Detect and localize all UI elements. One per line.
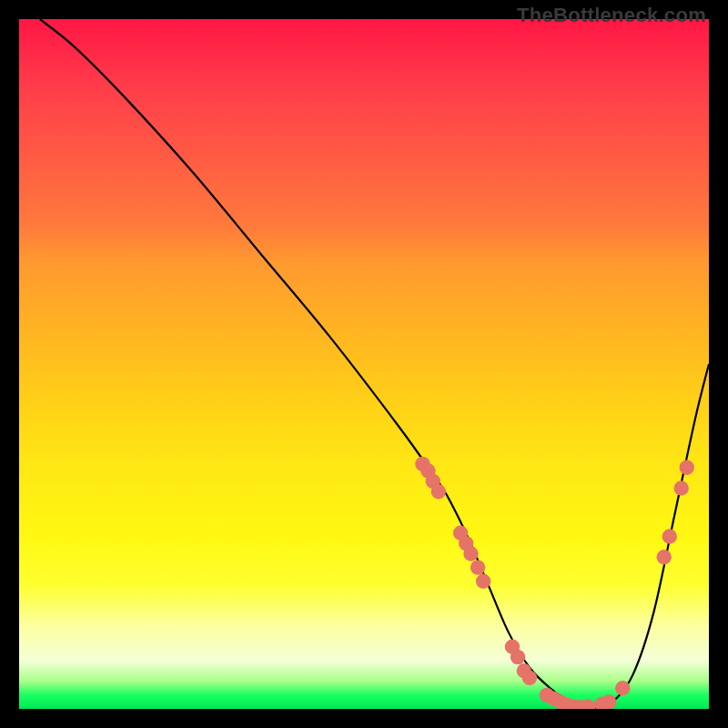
data-marker <box>511 650 525 664</box>
data-marker <box>522 671 537 685</box>
data-marker <box>673 480 688 495</box>
data-marker <box>657 550 672 564</box>
data-marker <box>615 681 630 695</box>
data-marker <box>470 560 485 574</box>
data-marker <box>431 484 446 499</box>
data-marker <box>662 529 677 543</box>
data-marker <box>602 694 616 709</box>
data-marker <box>463 546 478 561</box>
plot-area <box>19 19 709 709</box>
marker-group <box>415 457 694 709</box>
data-marker <box>680 460 694 475</box>
data-marker <box>476 574 490 589</box>
chart-overlay <box>19 19 709 709</box>
watermark-label: TheBottleneck.com <box>517 4 706 27</box>
curve-line <box>40 19 709 709</box>
